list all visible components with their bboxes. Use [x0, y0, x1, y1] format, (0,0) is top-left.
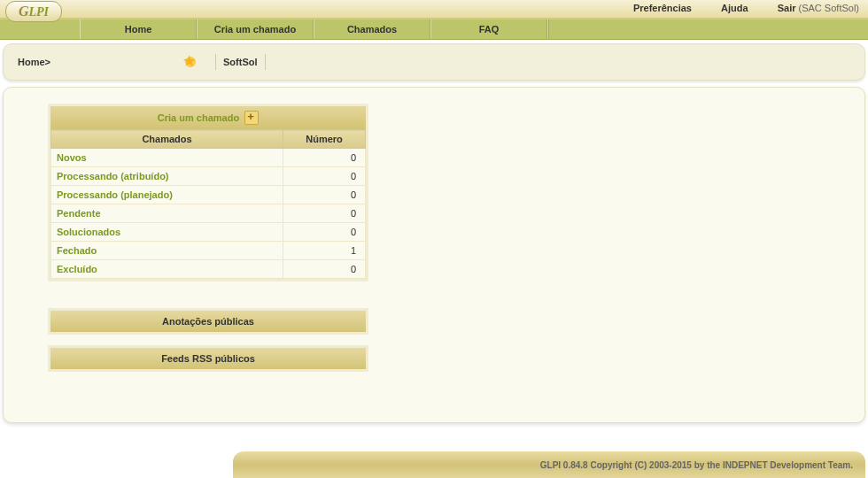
footer-text: GLPI 0.84.8 Copyright (C) 2003-2015 by t…: [540, 460, 853, 470]
glpi-logo[interactable]: GLPI: [5, 1, 62, 22]
tickets-panel: Cria um chamado Chamados Número Novos0Pr…: [48, 104, 368, 281]
col-number: Número: [283, 130, 366, 149]
status-count: 0: [283, 260, 366, 279]
public-notes-bar[interactable]: Anotações públicas: [48, 308, 368, 335]
status-count: 0: [283, 204, 366, 223]
public-rss-label: Feeds RSS públicos: [161, 353, 255, 364]
status-count: 0: [283, 186, 366, 204]
create-ticket-header[interactable]: Cria um chamado: [50, 106, 366, 129]
create-ticket-label: Cria um chamado: [158, 112, 239, 123]
table-row: Processando (planejado)0: [51, 186, 366, 204]
preferences-link[interactable]: Preferências: [633, 3, 692, 13]
status-count: 0: [283, 167, 366, 186]
table-row: Fechado1: [51, 242, 366, 260]
logo-text: GLPI: [19, 4, 49, 19]
table-row: Solucionados0: [51, 223, 366, 242]
col-status: Chamados: [51, 130, 283, 149]
status-link[interactable]: Novos: [57, 152, 87, 163]
status-link[interactable]: Processando (planejado): [57, 189, 173, 200]
separator: [265, 54, 266, 70]
top-right-links: Preferências Ajuda Sair (SAC SoftSol): [607, 3, 859, 13]
status-count: 0: [283, 223, 366, 242]
nav-create-ticket[interactable]: Cria um chamado: [197, 19, 314, 39]
status-count: 0: [283, 149, 366, 167]
current-user: (SAC SoftSol): [799, 3, 859, 13]
tickets-table: Chamados Número Novos0Processando (atrib…: [50, 129, 366, 279]
nav-tickets[interactable]: Chamados: [314, 19, 430, 39]
plus-icon: [244, 111, 259, 125]
status-link[interactable]: Fechado: [57, 245, 97, 256]
status-link[interactable]: Pendente: [57, 208, 101, 219]
public-rss-bar[interactable]: Feeds RSS públicos: [48, 345, 368, 372]
table-row: Novos0: [51, 149, 366, 167]
table-row: Pendente0: [51, 204, 366, 223]
status-link[interactable]: Solucionados: [57, 227, 120, 237]
bookmark-star-icon[interactable]: [183, 55, 198, 69]
nav-home[interactable]: Home: [80, 19, 197, 39]
top-header: GLPI Preferências Ajuda Sair (SAC SoftSo…: [0, 0, 868, 19]
help-link[interactable]: Ajuda: [721, 3, 748, 13]
nav-spacer: [547, 19, 549, 39]
status-link[interactable]: Processando (atribuído): [57, 171, 169, 181]
nav-faq[interactable]: FAQ: [430, 19, 547, 39]
main-nav: Home Cria um chamado Chamados FAQ: [0, 19, 868, 40]
footer: GLPI 0.84.8 Copyright (C) 2003-2015 by t…: [233, 451, 865, 478]
status-count: 1: [283, 242, 366, 260]
main-content: Cria um chamado Chamados Número Novos0Pr…: [3, 87, 865, 423]
separator: [215, 54, 216, 70]
table-row: Excluído0: [51, 260, 366, 279]
breadcrumb-entity[interactable]: SoftSol: [223, 57, 258, 67]
public-notes-label: Anotações públicas: [162, 316, 254, 327]
logout-link[interactable]: Sair (SAC SoftSol): [778, 3, 859, 13]
breadcrumb-home[interactable]: Home>: [18, 57, 50, 67]
status-link[interactable]: Excluído: [57, 264, 97, 274]
table-row: Processando (atribuído)0: [51, 167, 366, 186]
breadcrumb-bar: Home> SoftSol: [3, 43, 865, 81]
